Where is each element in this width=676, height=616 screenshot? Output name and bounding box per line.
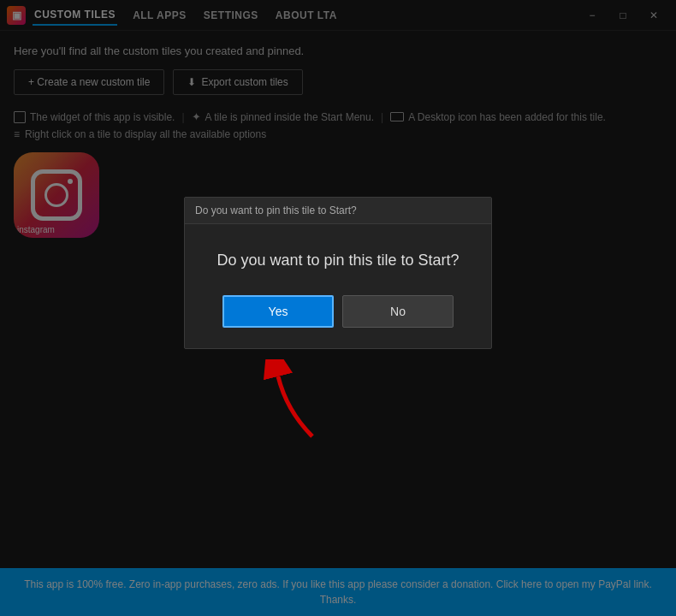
dialog-yes-button[interactable]: Yes (222, 295, 334, 328)
dialog-title: Do you want to pin this tile to Start? (185, 198, 491, 224)
pin-dialog: Do you want to pin this tile to Start? D… (184, 197, 492, 349)
dialog-question: Do you want to pin this tile to Start? (205, 250, 471, 271)
dialog-buttons: Yes No (205, 295, 471, 328)
dialog-no-button[interactable]: No (342, 295, 454, 328)
dialog-body: Do you want to pin this tile to Start? Y… (185, 224, 491, 348)
